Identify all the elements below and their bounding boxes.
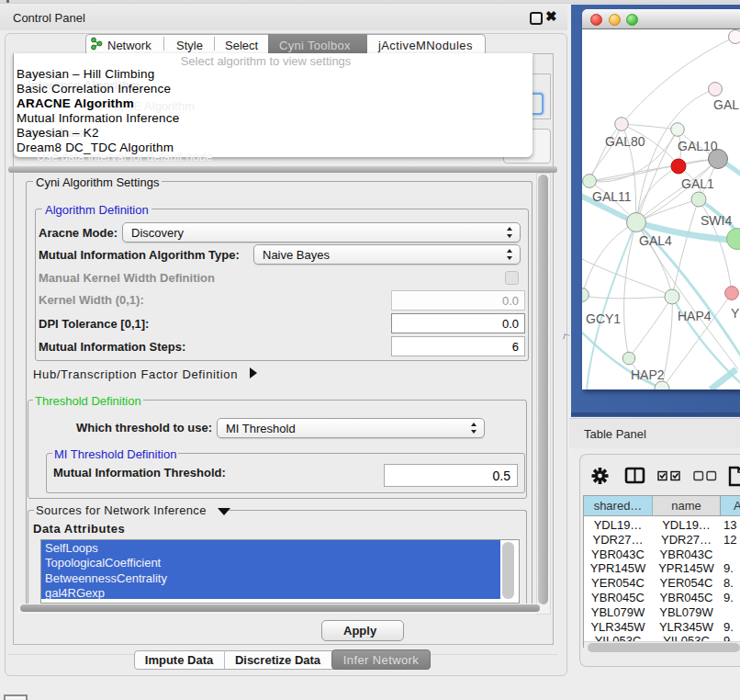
svg-text:HAP2: HAP2	[631, 367, 665, 382]
svg-text:GAL4: GAL4	[639, 233, 672, 248]
svg-text:GAL1: GAL1	[681, 176, 714, 191]
svg-text:SWI4: SWI4	[701, 213, 732, 228]
svg-text:GAL10: GAL10	[678, 139, 718, 153]
svg-text:Y: Y	[731, 306, 740, 321]
svg-text:GCY1: GCY1	[586, 311, 621, 326]
svg-text:GAL: GAL	[713, 97, 739, 112]
svg-text:GAL80: GAL80	[605, 134, 645, 149]
svg-text:HAP4: HAP4	[678, 309, 712, 323]
svg-text:GAL11: GAL11	[592, 189, 632, 204]
